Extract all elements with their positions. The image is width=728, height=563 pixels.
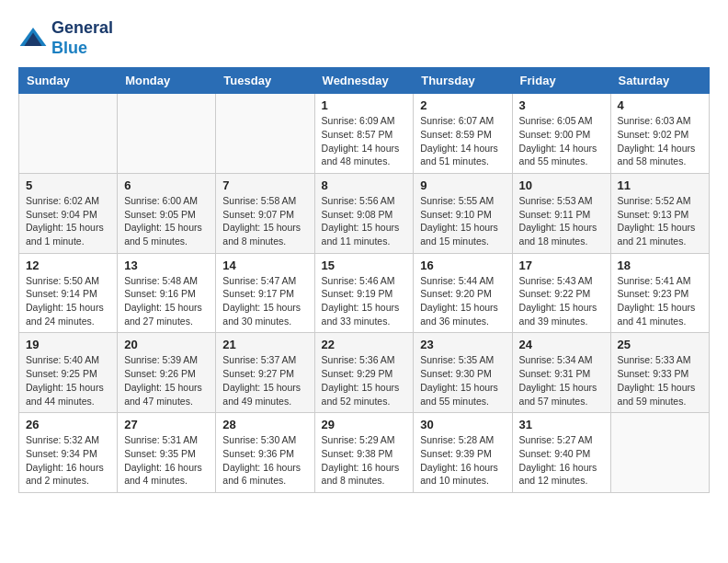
day-info: Sunrise: 5:55 AM Sunset: 9:10 PM Dayligh… [420,194,505,248]
day-number: 7 [222,178,307,192]
day-number: 16 [420,259,505,272]
day-number: 14 [222,259,307,272]
day-cell: 10Sunrise: 5:53 AM Sunset: 9:11 PM Dayli… [512,173,610,253]
day-info: Sunrise: 5:50 AM Sunset: 9:14 PM Dayligh… [26,274,110,328]
week-row-3: 12Sunrise: 5:50 AM Sunset: 9:14 PM Dayli… [19,253,710,333]
day-cell: 6Sunrise: 6:00 AM Sunset: 9:05 PM Daylig… [118,173,216,253]
day-info: Sunrise: 6:03 AM Sunset: 9:02 PM Dayligh… [618,114,702,168]
day-info: Sunrise: 5:33 AM Sunset: 9:33 PM Dayligh… [618,353,702,408]
day-cell: 31Sunrise: 5:27 AM Sunset: 9:40 PM Dayli… [512,413,610,493]
day-number: 8 [322,178,407,192]
day-info: Sunrise: 5:44 AM Sunset: 9:20 PM Dayligh… [420,274,505,328]
day-number: 29 [322,418,407,431]
logo: General Blue [18,18,113,58]
day-number: 20 [124,338,209,351]
day-cell: 29Sunrise: 5:29 AM Sunset: 9:38 PM Dayli… [314,413,414,493]
day-number: 23 [420,338,505,351]
day-header-sunday: Sunday [19,68,118,94]
day-cell: 2Sunrise: 6:07 AM Sunset: 8:59 PM Daylig… [414,94,512,174]
day-number: 24 [519,338,604,351]
day-info: Sunrise: 5:40 AM Sunset: 9:25 PM Dayligh… [26,353,110,408]
day-cell: 3Sunrise: 6:05 AM Sunset: 9:00 PM Daylig… [512,94,610,174]
day-cell: 12Sunrise: 5:50 AM Sunset: 9:14 PM Dayli… [19,253,118,333]
day-info: Sunrise: 5:41 AM Sunset: 9:23 PM Dayligh… [618,274,702,328]
day-info: Sunrise: 5:36 AM Sunset: 9:29 PM Dayligh… [322,353,407,408]
day-cell: 7Sunrise: 5:58 AM Sunset: 9:07 PM Daylig… [216,173,314,253]
day-cell: 25Sunrise: 5:33 AM Sunset: 9:33 PM Dayli… [610,333,709,413]
day-cell [610,413,709,493]
day-cell: 13Sunrise: 5:48 AM Sunset: 9:16 PM Dayli… [118,253,216,333]
day-cell: 23Sunrise: 5:35 AM Sunset: 9:30 PM Dayli… [414,333,512,413]
day-number: 19 [26,338,110,351]
day-number: 4 [618,98,702,112]
week-row-4: 19Sunrise: 5:40 AM Sunset: 9:25 PM Dayli… [19,333,710,413]
day-cell: 21Sunrise: 5:37 AM Sunset: 9:27 PM Dayli… [216,333,314,413]
day-info: Sunrise: 6:07 AM Sunset: 8:59 PM Dayligh… [420,114,505,168]
day-info: Sunrise: 6:02 AM Sunset: 9:04 PM Dayligh… [26,194,110,248]
week-row-1: 1Sunrise: 6:09 AM Sunset: 8:57 PM Daylig… [19,94,710,174]
day-cell: 15Sunrise: 5:46 AM Sunset: 9:19 PM Dayli… [314,253,414,333]
logo-icon [18,24,48,53]
day-info: Sunrise: 5:35 AM Sunset: 9:30 PM Dayligh… [420,353,505,408]
day-info: Sunrise: 5:32 AM Sunset: 9:34 PM Dayligh… [26,433,110,488]
day-number: 26 [26,418,110,431]
calendar-table: SundayMondayTuesdayWednesdayThursdayFrid… [18,67,710,493]
day-number: 21 [222,338,307,351]
day-number: 31 [519,418,604,431]
day-cell: 1Sunrise: 6:09 AM Sunset: 8:57 PM Daylig… [314,94,414,174]
day-info: Sunrise: 5:28 AM Sunset: 9:39 PM Dayligh… [420,433,505,488]
week-row-2: 5Sunrise: 6:02 AM Sunset: 9:04 PM Daylig… [19,173,710,253]
day-cell: 14Sunrise: 5:47 AM Sunset: 9:17 PM Dayli… [216,253,314,333]
day-info: Sunrise: 5:43 AM Sunset: 9:22 PM Dayligh… [519,274,604,328]
day-number: 12 [26,259,110,272]
day-number: 6 [124,178,209,192]
day-number: 18 [618,259,702,272]
day-number: 13 [124,259,209,272]
day-number: 30 [420,418,505,431]
day-cell: 27Sunrise: 5:31 AM Sunset: 9:35 PM Dayli… [118,413,216,493]
day-number: 15 [322,259,407,272]
day-info: Sunrise: 5:30 AM Sunset: 9:36 PM Dayligh… [222,433,307,488]
day-number: 1 [322,98,407,112]
day-cell: 22Sunrise: 5:36 AM Sunset: 9:29 PM Dayli… [314,333,414,413]
day-info: Sunrise: 5:47 AM Sunset: 9:17 PM Dayligh… [222,274,307,328]
day-info: Sunrise: 5:31 AM Sunset: 9:35 PM Dayligh… [124,433,209,488]
day-header-monday: Monday [118,68,216,94]
day-cell [216,94,314,174]
day-header-friday: Friday [512,68,610,94]
day-cell: 30Sunrise: 5:28 AM Sunset: 9:39 PM Dayli… [414,413,512,493]
day-number: 3 [519,98,604,112]
page-header: General Blue [18,18,710,58]
day-number: 11 [618,178,702,192]
day-info: Sunrise: 6:09 AM Sunset: 8:57 PM Dayligh… [322,114,407,168]
day-info: Sunrise: 5:37 AM Sunset: 9:27 PM Dayligh… [222,353,307,408]
day-cell: 16Sunrise: 5:44 AM Sunset: 9:20 PM Dayli… [414,253,512,333]
day-number: 27 [124,418,209,431]
day-cell: 9Sunrise: 5:55 AM Sunset: 9:10 PM Daylig… [414,173,512,253]
day-info: Sunrise: 6:05 AM Sunset: 9:00 PM Dayligh… [519,114,604,168]
day-number: 9 [420,178,505,192]
day-info: Sunrise: 6:00 AM Sunset: 9:05 PM Dayligh… [124,194,209,248]
day-info: Sunrise: 5:29 AM Sunset: 9:38 PM Dayligh… [322,433,407,488]
day-cell: 8Sunrise: 5:56 AM Sunset: 9:08 PM Daylig… [314,173,414,253]
day-info: Sunrise: 5:27 AM Sunset: 9:40 PM Dayligh… [519,433,604,488]
day-header-wednesday: Wednesday [314,68,414,94]
day-cell: 17Sunrise: 5:43 AM Sunset: 9:22 PM Dayli… [512,253,610,333]
day-cell: 28Sunrise: 5:30 AM Sunset: 9:36 PM Dayli… [216,413,314,493]
day-number: 5 [26,178,110,192]
day-cell: 24Sunrise: 5:34 AM Sunset: 9:31 PM Dayli… [512,333,610,413]
day-header-saturday: Saturday [610,68,709,94]
day-header-thursday: Thursday [414,68,512,94]
day-number: 10 [519,178,604,192]
logo-text-blue: Blue [51,39,113,59]
day-number: 2 [420,98,505,112]
day-header-tuesday: Tuesday [216,68,314,94]
day-cell [118,94,216,174]
day-cell: 18Sunrise: 5:41 AM Sunset: 9:23 PM Dayli… [610,253,709,333]
day-cell: 26Sunrise: 5:32 AM Sunset: 9:34 PM Dayli… [19,413,118,493]
day-info: Sunrise: 5:39 AM Sunset: 9:26 PM Dayligh… [124,353,209,408]
week-row-5: 26Sunrise: 5:32 AM Sunset: 9:34 PM Dayli… [19,413,710,493]
day-info: Sunrise: 5:53 AM Sunset: 9:11 PM Dayligh… [519,194,604,248]
day-info: Sunrise: 5:52 AM Sunset: 9:13 PM Dayligh… [618,194,702,248]
day-cell [19,94,118,174]
